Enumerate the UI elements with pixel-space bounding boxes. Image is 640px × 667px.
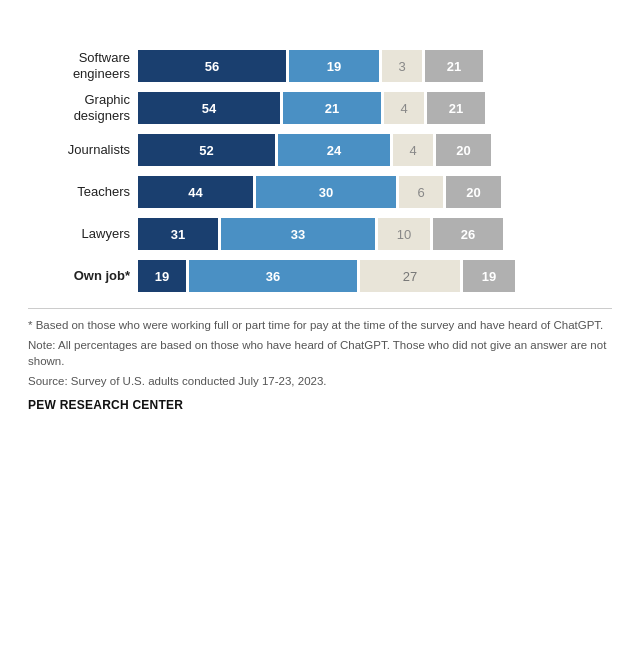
- major-impact-bar: 52: [138, 134, 275, 166]
- bars-area: 5421421: [138, 92, 612, 124]
- bars-area: 4430620: [138, 176, 612, 208]
- no-impact-bar: 10: [378, 218, 430, 250]
- footnote-section: * Based on those who were working full o…: [28, 308, 612, 412]
- table-row: Software engineers5619321: [28, 48, 612, 84]
- not-sure-bar: 26: [433, 218, 503, 250]
- no-impact-bar: 27: [360, 260, 460, 292]
- major-impact-bar: 54: [138, 92, 280, 124]
- table-row: Teachers4430620: [28, 174, 612, 210]
- bars-area: 19362719: [138, 260, 612, 292]
- chart-rows: Software engineers5619321Graphic designe…: [28, 48, 612, 294]
- table-row: Journalists5224420: [28, 132, 612, 168]
- source-label: PEW RESEARCH CENTER: [28, 398, 612, 412]
- footnote: * Based on those who were working full o…: [28, 317, 612, 334]
- minor-impact-bar: 21: [283, 92, 381, 124]
- no-impact-bar: 4: [393, 134, 433, 166]
- footnote: Note: All percentages are based on those…: [28, 337, 612, 370]
- not-sure-bar: 20: [436, 134, 491, 166]
- major-impact-bar: 44: [138, 176, 253, 208]
- major-impact-bar: 56: [138, 50, 286, 82]
- row-label: Graphic designers: [28, 92, 138, 125]
- footnote: Source: Survey of U.S. adults conducted …: [28, 373, 612, 390]
- row-label: Journalists: [28, 142, 138, 158]
- row-label: Lawyers: [28, 226, 138, 242]
- table-row: Graphic designers5421421: [28, 90, 612, 126]
- table-row: Lawyers31331026: [28, 216, 612, 252]
- no-impact-bar: 6: [399, 176, 443, 208]
- not-sure-bar: 20: [446, 176, 501, 208]
- minor-impact-bar: 30: [256, 176, 396, 208]
- row-label: Teachers: [28, 184, 138, 200]
- row-label: Own job*: [28, 268, 138, 284]
- not-sure-bar: 19: [463, 260, 515, 292]
- minor-impact-bar: 19: [289, 50, 379, 82]
- minor-impact-bar: 33: [221, 218, 375, 250]
- not-sure-bar: 21: [425, 50, 483, 82]
- bars-area: 31331026: [138, 218, 612, 250]
- table-row: Own job*19362719: [28, 258, 612, 294]
- major-impact-bar: 19: [138, 260, 186, 292]
- not-sure-bar: 21: [427, 92, 485, 124]
- no-impact-bar: 4: [384, 92, 424, 124]
- bars-area: 5619321: [138, 50, 612, 82]
- row-label: Software engineers: [28, 50, 138, 83]
- major-impact-bar: 31: [138, 218, 218, 250]
- minor-impact-bar: 36: [189, 260, 357, 292]
- no-impact-bar: 3: [382, 50, 422, 82]
- minor-impact-bar: 24: [278, 134, 390, 166]
- bars-area: 5224420: [138, 134, 612, 166]
